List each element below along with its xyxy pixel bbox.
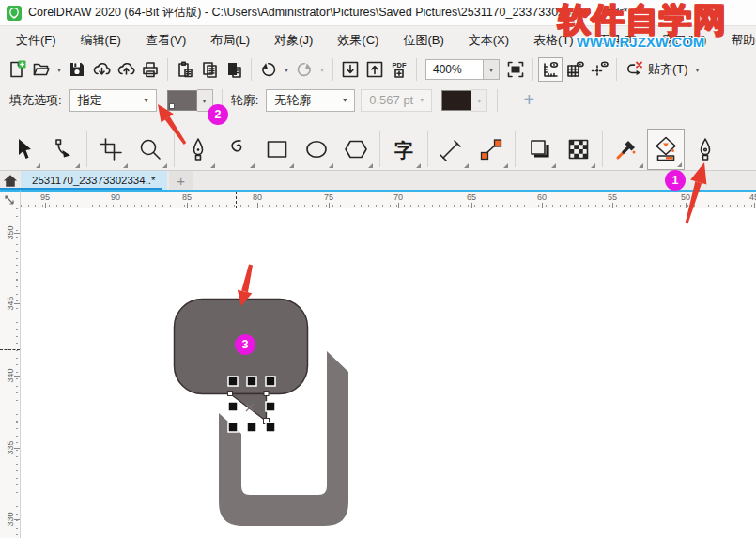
print-button[interactable] bbox=[138, 57, 162, 82]
menu-item[interactable]: 布局(L) bbox=[198, 26, 262, 54]
polygon-tool[interactable] bbox=[337, 129, 375, 170]
zoom-level-value[interactable]: 400% bbox=[425, 59, 484, 80]
outline-color-combo[interactable]: ▾ bbox=[441, 89, 487, 112]
zoom-dropdown-arrow[interactable]: ▾ bbox=[484, 59, 500, 80]
document-tab-active[interactable]: 2531170_23373302334..* bbox=[21, 171, 167, 190]
color-eyedropper-tool[interactable] bbox=[608, 129, 645, 170]
flyout-arrow bbox=[75, 163, 80, 168]
step-badge-3: 3 bbox=[235, 334, 255, 355]
new-document-button[interactable] bbox=[5, 57, 29, 82]
snap-to-label[interactable]: 贴齐(T) bbox=[648, 61, 688, 78]
hruler-label: 70 bbox=[393, 192, 403, 202]
pen-tool[interactable] bbox=[179, 129, 217, 170]
ruler-minor-ticks bbox=[16, 208, 18, 538]
text-tool[interactable]: 字 bbox=[385, 129, 423, 170]
outline-type-combo[interactable]: 无轮廓 ▾ bbox=[266, 89, 355, 112]
menu-item[interactable]: 对象(J) bbox=[262, 26, 325, 54]
outline-type-dropdown-arrow: ▾ bbox=[339, 96, 350, 104]
drop-shadow-tool[interactable] bbox=[520, 129, 558, 170]
menu-item[interactable]: 查看(V) bbox=[133, 26, 198, 54]
flyout-arrow bbox=[162, 163, 167, 168]
outline-pen-tool[interactable] bbox=[687, 129, 724, 170]
menu-item[interactable]: 文本(X) bbox=[456, 26, 521, 54]
cloud-upload-button[interactable] bbox=[114, 57, 138, 82]
cloud-download-button[interactable] bbox=[89, 57, 114, 82]
hruler-label: 65 bbox=[467, 192, 476, 202]
menu-item[interactable]: 位图(B) bbox=[391, 26, 455, 54]
publish-to-pdf-button[interactable]: PDF bbox=[387, 57, 411, 82]
save-button[interactable] bbox=[65, 57, 89, 82]
paste-button[interactable] bbox=[173, 57, 197, 82]
toolbox-separator bbox=[86, 131, 87, 167]
dimension-tool[interactable] bbox=[433, 129, 471, 170]
menu-item[interactable]: 编辑(E) bbox=[69, 26, 133, 54]
fill-color-swatch[interactable] bbox=[167, 90, 197, 111]
menu-item[interactable]: 文件(F) bbox=[4, 26, 69, 54]
outline-color-dropdown-arrow[interactable]: ▾ bbox=[471, 89, 487, 112]
show-grid-toggle[interactable] bbox=[563, 57, 587, 82]
flyout-arrow bbox=[464, 163, 469, 168]
outline-type-value: 无轮廓 bbox=[274, 92, 311, 109]
home-icon bbox=[3, 174, 18, 188]
menu-item[interactable]: 效果(C) bbox=[325, 26, 391, 54]
crop-tool[interactable] bbox=[92, 129, 130, 170]
new-tab-button[interactable]: + bbox=[169, 171, 193, 190]
menu-item[interactable]: 帮助(H) bbox=[718, 26, 756, 54]
hruler-label: 60 bbox=[537, 192, 547, 202]
outline-color-swatch[interactable] bbox=[441, 90, 471, 111]
snap-dropdown-arrow[interactable]: ▾ bbox=[692, 66, 703, 74]
bspline-tool[interactable] bbox=[219, 129, 256, 170]
active-tab-underline bbox=[0, 188, 162, 190]
property-bar: 填充选项: 指定 ▾ ▾ 轮廓: 无轮廓 ▾ 0.567 pt ▾ ▾ + bbox=[0, 85, 756, 115]
fill-type-value: 指定 bbox=[78, 92, 102, 109]
copy-button[interactable] bbox=[197, 57, 222, 82]
hruler-label: 80 bbox=[253, 192, 262, 202]
import-button[interactable] bbox=[338, 57, 363, 82]
fill-type-combo[interactable]: 指定 ▾ bbox=[69, 89, 157, 112]
pick-tool[interactable] bbox=[5, 129, 42, 170]
toolbox-separator bbox=[515, 131, 516, 167]
zoom-level-combo[interactable]: 400% ▾ bbox=[425, 59, 500, 80]
hruler-label: 50 bbox=[681, 192, 690, 202]
fill-color-combo[interactable]: ▾ bbox=[167, 89, 213, 112]
zoom-tool[interactable] bbox=[131, 129, 169, 170]
vertical-ruler[interactable]: 350345340335330 bbox=[0, 208, 21, 538]
toolbar-separator bbox=[251, 58, 252, 81]
horizontal-ruler[interactable]: 9590858075706560555045 bbox=[0, 190, 756, 208]
paste-special-button[interactable] bbox=[222, 57, 246, 82]
shape-tool[interactable] bbox=[44, 129, 82, 170]
snap-off-button[interactable] bbox=[622, 57, 646, 82]
welcome-home-button[interactable] bbox=[0, 171, 21, 190]
redo-dropdown-arrow[interactable]: ▾ bbox=[316, 66, 328, 74]
redo-button[interactable] bbox=[292, 57, 316, 82]
menu-bar: 文件(F)编辑(E)查看(V)布局(L)对象(J)效果(C)位图(B)文本(X)… bbox=[0, 26, 756, 54]
standard-toolbar: ▾ ▾ ▾ PDF 400% ▾ bbox=[0, 54, 756, 85]
flyout-arrow bbox=[123, 163, 128, 168]
ellipse-tool[interactable] bbox=[298, 129, 335, 170]
export-button[interactable] bbox=[363, 57, 387, 82]
menu-item[interactable]: 工具(T) bbox=[586, 26, 651, 54]
menu-item[interactable]: 表格(T) bbox=[521, 26, 586, 54]
ruler-origin-corner[interactable] bbox=[0, 190, 21, 208]
interactive-fill-tool[interactable] bbox=[647, 129, 685, 170]
toolbox-separator bbox=[602, 131, 603, 167]
show-guidelines-toggle[interactable] bbox=[587, 57, 611, 82]
hruler-label: 55 bbox=[608, 192, 617, 202]
undo-button[interactable] bbox=[256, 57, 281, 82]
open-dropdown-arrow[interactable]: ▾ bbox=[54, 66, 65, 74]
ruler-origin-icon bbox=[4, 194, 16, 207]
open-document-button[interactable] bbox=[29, 57, 54, 82]
undo-dropdown-arrow[interactable]: ▾ bbox=[281, 66, 292, 74]
connector-tool[interactable] bbox=[472, 129, 510, 170]
step-badge-2: 2 bbox=[208, 104, 228, 125]
drawing-canvas[interactable] bbox=[21, 208, 756, 538]
propbar-separator bbox=[497, 89, 498, 112]
fullscreen-preview-button[interactable] bbox=[503, 57, 528, 82]
add-property-button[interactable]: + bbox=[518, 89, 539, 111]
menu-item[interactable]: 窗口(W) bbox=[650, 26, 718, 54]
rectangle-tool[interactable] bbox=[258, 129, 296, 170]
flyout-arrow bbox=[639, 163, 643, 168]
outline-width-combo[interactable]: 0.567 pt ▾ bbox=[361, 89, 432, 112]
show-rulers-toggle[interactable] bbox=[538, 57, 563, 82]
pattern-fill-tool[interactable] bbox=[560, 129, 597, 170]
